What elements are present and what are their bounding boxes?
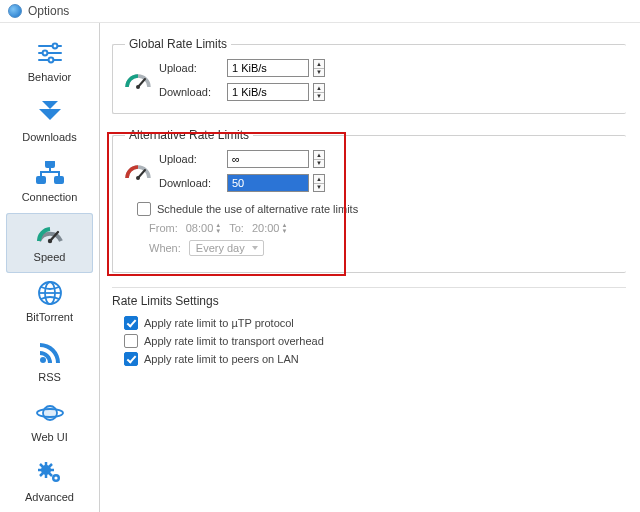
alt-upload-input[interactable] xyxy=(227,150,309,168)
alternative-rate-limits-group: Alternative Rate Limits Upload: ▲▼ xyxy=(112,128,626,273)
svg-point-3 xyxy=(42,51,47,56)
gauge-icon-green xyxy=(125,67,151,93)
network-icon xyxy=(35,159,65,187)
from-label: From: xyxy=(149,222,178,234)
global-upload-spinner[interactable]: ▲▼ xyxy=(313,59,325,77)
svg-point-5 xyxy=(48,58,53,63)
sidebar-item-downloads[interactable]: Downloads xyxy=(6,93,93,153)
sidebar-item-label: Connection xyxy=(22,191,78,203)
global-rate-limits-group: Global Rate Limits Upload: ▲▼ xyxy=(112,37,626,114)
gauge-icon-red xyxy=(125,158,151,184)
settings-title: Rate Limits Settings xyxy=(112,287,626,312)
rss-icon xyxy=(35,339,65,367)
to-label: To: xyxy=(229,222,244,234)
to-time-input[interactable]: 20:00 xyxy=(252,222,280,234)
svg-point-22 xyxy=(54,476,57,479)
sidebar-item-label: Speed xyxy=(34,251,66,263)
global-download-input[interactable] xyxy=(227,83,309,101)
global-upload-input[interactable] xyxy=(227,59,309,77)
globe-icon xyxy=(35,279,65,307)
gears-icon xyxy=(35,459,65,487)
sliders-icon xyxy=(35,39,65,67)
sidebar-item-label: RSS xyxy=(38,371,61,383)
sidebar-item-rss[interactable]: RSS xyxy=(6,333,93,393)
app-icon xyxy=(8,4,22,18)
schedule-label: Schedule the use of alternative rate lim… xyxy=(157,203,358,215)
sidebar-item-label: BitTorrent xyxy=(26,311,73,323)
overhead-checkbox[interactable] xyxy=(124,334,138,348)
global-download-label: Download: xyxy=(159,86,223,98)
svg-rect-10 xyxy=(55,177,63,183)
gauge-icon xyxy=(35,219,65,247)
alt-upload-label: Upload: xyxy=(159,153,223,165)
window-title: Options xyxy=(28,4,69,18)
from-time-input[interactable]: 08:00 xyxy=(186,222,214,234)
svg-point-1 xyxy=(52,44,57,49)
svg-marker-6 xyxy=(42,101,58,109)
schedule-checkbox[interactable] xyxy=(137,202,151,216)
global-upload-label: Upload: xyxy=(159,62,223,74)
lan-label: Apply rate limit to peers on LAN xyxy=(144,353,299,365)
lan-checkbox[interactable] xyxy=(124,352,138,366)
sidebar-item-speed[interactable]: Speed xyxy=(6,213,93,273)
global-download-spinner[interactable]: ▲▼ xyxy=(313,83,325,101)
to-time-spinner[interactable]: ▲▼ xyxy=(281,222,287,234)
content-pane: Global Rate Limits Upload: ▲▼ xyxy=(100,23,640,512)
alt-download-input[interactable] xyxy=(227,174,309,192)
sidebar-item-label: Downloads xyxy=(22,131,76,143)
download-icon xyxy=(35,99,65,127)
utp-checkbox[interactable] xyxy=(124,316,138,330)
svg-point-16 xyxy=(40,357,46,363)
overhead-label: Apply rate limit to transport overhead xyxy=(144,335,324,347)
alt-download-spinner[interactable]: ▲▼ xyxy=(313,174,325,192)
sidebar-item-behavior[interactable]: Behavior xyxy=(6,33,93,93)
sidebar-item-connection[interactable]: Connection xyxy=(6,153,93,213)
sidebar-item-label: Behavior xyxy=(28,71,71,83)
group-title: Global Rate Limits xyxy=(125,37,231,51)
sidebar-item-label: Web UI xyxy=(31,431,67,443)
svg-point-30 xyxy=(136,176,140,180)
sidebar: Behavior Downloads xyxy=(0,23,100,512)
when-day-select[interactable]: Every day xyxy=(189,240,264,256)
options-window: Options Behavior xyxy=(0,0,640,512)
svg-marker-7 xyxy=(39,109,61,120)
svg-rect-9 xyxy=(37,177,45,183)
utp-label: Apply rate limit to µTP protocol xyxy=(144,317,294,329)
sidebar-item-advanced[interactable]: Advanced xyxy=(6,453,93,512)
group-title: Alternative Rate Limits xyxy=(125,128,253,142)
planet-icon xyxy=(35,399,65,427)
when-label: When: xyxy=(149,242,181,254)
sidebar-item-bittorrent[interactable]: BitTorrent xyxy=(6,273,93,333)
alt-upload-spinner[interactable]: ▲▼ xyxy=(313,150,325,168)
svg-point-12 xyxy=(47,239,51,243)
sidebar-item-webui[interactable]: Web UI xyxy=(6,393,93,453)
sidebar-item-label: Advanced xyxy=(25,491,74,503)
svg-point-28 xyxy=(136,85,140,89)
titlebar: Options xyxy=(0,0,640,23)
from-time-spinner[interactable]: ▲▼ xyxy=(215,222,221,234)
alt-download-label: Download: xyxy=(159,177,223,189)
svg-rect-8 xyxy=(46,161,54,167)
